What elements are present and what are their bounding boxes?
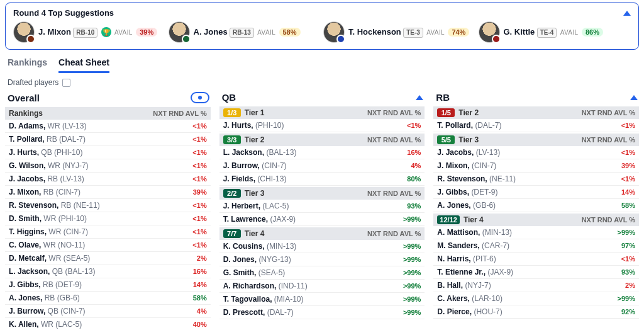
player-row[interactable]: G. Smith, (SEA-5) >99% [219,266,425,280]
player-row[interactable]: J. Burrow, (CIN-7) 4% [219,159,425,173]
tab-rankings[interactable]: Rankings [8,57,47,73]
collapse-icon[interactable] [416,95,423,100]
player-meta: (SEA-5) [258,268,286,277]
player-row[interactable]: G. Wilson, WR (NYJ-7) <1% [5,159,211,173]
player-meta: (CAR-7) [482,241,509,250]
visibility-toggle-icon[interactable] [191,92,209,103]
player-row[interactable]: J. Burrow, QB (CIN-7) 4% [5,305,211,318]
player-row[interactable]: A. Mattison, (MIN-13) >99% [433,226,639,239]
player-cell: T. Tagovailoa, (MIA-10) [223,295,304,304]
player-row[interactable]: K. Cousins, (MIN-13) >99% [219,240,425,253]
drafted-filter[interactable]: Drafted players [0,73,644,91]
player-row[interactable]: J. Hurts, (PHI-10) <1% [219,119,425,132]
player-row[interactable]: T. Pollard, (DAL-7) <1% [433,119,639,132]
player-row[interactable]: T. Etienne Jr., (JAX-9) 93% [433,266,639,279]
tier-header[interactable]: 5/5 Tier 3 NXT RND AVL % [433,134,639,146]
player-row[interactable]: J. Gibbs, (DET-9) 14% [433,186,639,199]
player-name: D. Prescott, [223,308,265,317]
player-row[interactable]: A. Jones, RB (GB-6) 58% [5,292,211,305]
availability-pct: 39% [193,188,207,196]
tier-header[interactable]: 1/5 Tier 2 NXT RND AVL % [433,106,639,119]
tab-cheat-sheet[interactable]: Cheat Sheet [58,57,109,73]
player-row[interactable]: N. Harris, (PIT-6) <1% [433,253,639,266]
tier-header[interactable]: 1/3 Tier 1 NXT RND AVL % [219,106,425,119]
player-row[interactable]: J. Herbert, (LAC-5) 93% [219,200,425,213]
availability-pct: 2% [625,282,635,289]
availability-pct: >99% [403,242,421,250]
player-row[interactable]: K. Allen, WR (LAC-5) 40% [5,318,211,330]
player-name: D. Metcalf, [9,254,47,263]
tier-title: Rankings [9,109,153,118]
player-row[interactable]: C. Akers, (LAR-10) >99% [433,292,639,305]
player-name: T. Lawrence, [223,215,268,224]
player-meta: (CIN-7) [262,161,286,170]
player-cell: J. Fields, (CHI-13) [223,174,287,183]
player-row[interactable]: C. Olave, WR (NO-11) <1% [5,239,211,252]
player-name: R. Stevenson, [437,174,487,183]
player-meta: QB (PHI-10) [41,148,82,157]
player-row[interactable]: A. Richardson, (IND-11) >99% [219,280,425,293]
player-name: G. Wilson, [9,161,46,170]
player-meta: (MIN-13) [267,242,296,251]
player-row[interactable]: D. Adams, WR (LV-13) <1% [5,120,211,133]
player-meta: (MIA-10) [274,295,304,304]
player-row[interactable]: J. Jacobs, (LV-13) <1% [433,146,639,159]
player-row[interactable]: J. Hurts, QB (PHI-10) <1% [5,146,211,159]
player-row[interactable]: J. Jacobs, RB (LV-13) <1% [5,173,211,186]
tier-title: Tier 2 [458,108,581,117]
player-cell: A. Jones, (GB-6) [437,201,496,210]
suggestion-item[interactable]: T. Hockenson TE-3 AVAIL 74% [323,21,476,43]
suggestion-item[interactable]: G. Kittle TE-4 AVAIL 86% [479,21,631,43]
player-row[interactable]: D. Prescott, (DAL-7) >99% [219,306,425,319]
player-row[interactable]: R. Stevenson, (NE-11) <1% [433,173,639,186]
suggestion-item[interactable]: A. Jones RB-13 AVAIL 58% [169,21,321,43]
player-name: J. Burrow, [223,161,260,170]
player-row[interactable]: J. Mixon, RB (CIN-7) 39% [5,186,211,199]
tab-bar: Rankings Cheat Sheet [0,55,644,73]
tier-header[interactable]: 7/7 Tier 4 NXT RND AVL % [219,227,425,240]
collapse-icon[interactable] [623,11,631,16]
player-row[interactable]: B. Hall, (NYJ-7) 2% [433,279,639,292]
player-row[interactable]: A. Jones, (GB-6) 58% [433,199,639,212]
tier-header[interactable]: 3/3 Tier 2 NXT RND AVL % [219,134,425,146]
player-row[interactable]: T. Lawrence, (JAX-9) >99% [219,213,425,226]
player-cell: R. Stevenson, (NE-11) [437,174,516,183]
player-row[interactable]: J. Fields, (CHI-13) 80% [219,173,425,186]
suggestion-item[interactable]: J. Mixon RB-10 🏆 AVAIL 39% [13,21,166,43]
player-row[interactable]: T. Pollard, RB (DAL-7) <1% [5,133,211,146]
availability-pct: 58% [279,28,301,37]
column-sub-label: NXT RND AVL % [582,216,635,224]
drafted-checkbox[interactable] [62,79,70,87]
player-row[interactable]: D. Jones, (NYG-13) >99% [219,253,425,266]
tier-header[interactable]: Rankings NXT RND AVL % [5,107,211,120]
drafted-label: Drafted players [8,78,58,87]
player-meta: RB (DET-9) [43,280,82,289]
player-row[interactable]: D. Metcalf, WR (SEA-5) 2% [5,252,211,265]
collapse-icon[interactable] [630,95,638,100]
column-sub-label: NXT RND AVL % [582,136,635,144]
player-row[interactable]: D. Smith, WR (PHI-10) <1% [5,212,211,225]
tier-header[interactable]: 12/12 Tier 4 NXT RND AVL % [433,213,639,226]
tier-title: Tier 2 [245,135,367,144]
player-name: T. Tagovailoa, [223,295,272,304]
availability-pct: 97% [621,242,635,249]
player-row[interactable]: L. Jackson, QB (BAL-13) 16% [5,265,211,278]
player-cell: K. Cousins, (MIN-13) [223,242,297,251]
tier-title: Tier 4 [245,229,367,238]
player-name: J. Hurts, [9,148,39,157]
availability-pct: <1% [192,149,206,156]
tier-title: Tier 1 [245,108,367,117]
player-row[interactable]: L. Jackson, (BAL-13) 16% [219,146,425,159]
player-row[interactable]: T. Higgins, WR (CIN-7) <1% [5,225,211,239]
player-row[interactable]: D. Pierce, (HOU-7) 92% [433,305,639,319]
position-badge: TE-4 [537,28,557,38]
player-name: G. Kittle [504,27,535,37]
player-row[interactable]: J. Gibbs, RB (DET-9) 14% [5,278,211,292]
availability-pct: 93% [407,202,421,210]
player-row[interactable]: M. Sanders, (CAR-7) 97% [433,239,639,253]
player-row[interactable]: J. Mixon, (CIN-7) 39% [433,159,639,173]
player-row[interactable]: R. Stevenson, RB (NE-11) <1% [5,199,211,212]
player-cell: J. Gibbs, RB (DET-9) [9,280,82,289]
player-row[interactable]: T. Tagovailoa, (MIA-10) >99% [219,293,425,306]
tier-header[interactable]: 2/2 Tier 3 NXT RND AVL % [219,187,425,200]
